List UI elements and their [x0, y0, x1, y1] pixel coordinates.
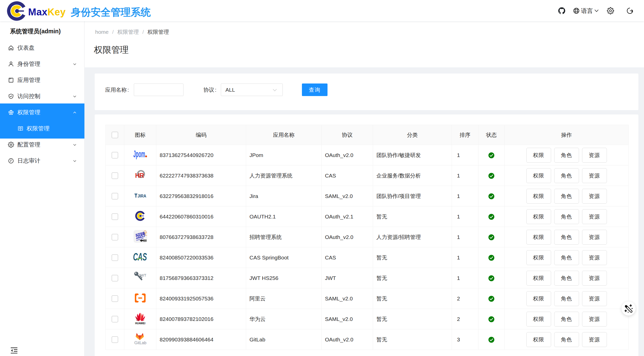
svg-text:GitLab: GitLab [134, 341, 146, 345]
svg-text:JWT: JWT [138, 273, 146, 277]
svg-text:JIRA: JIRA [138, 194, 146, 198]
svg-text:HUAWEI: HUAWEI [135, 322, 145, 324]
svg-text:Jpom: Jpom [133, 149, 145, 159]
svg-text:CAS: CAS [133, 252, 147, 262]
svg-text:HR: HR [135, 172, 144, 179]
